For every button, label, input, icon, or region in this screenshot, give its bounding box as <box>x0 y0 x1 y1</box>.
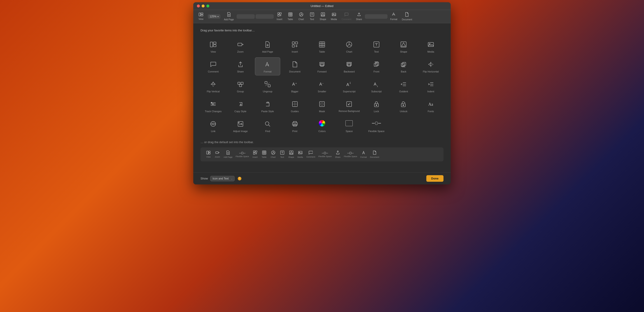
show-select[interactable]: Icon and Text Icon Only Text Only <box>210 176 234 181</box>
grid-item-link[interactable]: Link <box>200 117 226 135</box>
grid-item-shape[interactable]: Shape <box>391 38 416 56</box>
grid-item-add-page[interactable]: Add Page <box>255 38 280 56</box>
grid-item-bigger[interactable]: A + Bigger <box>282 77 307 95</box>
toolbar-search-right[interactable] <box>256 14 274 19</box>
grid-item-copy-style[interactable]: Copy Style <box>228 97 253 115</box>
grid-item-view[interactable]: View <box>200 38 226 56</box>
grid-item-forward[interactable]: Forward <box>309 57 335 76</box>
grid-flip-horizontal-icon <box>426 60 435 69</box>
dt-add-page-icon <box>226 150 230 156</box>
grid-item-group[interactable]: Group <box>228 77 253 95</box>
toolbar-search-left[interactable] <box>237 14 255 19</box>
dt-flexible-space-3[interactable]: Flexible Space <box>342 150 358 158</box>
grid-smaller-label: Smaller <box>318 90 326 93</box>
grid-item-flip-horizontal[interactable]: Flip Horizontal <box>418 57 444 76</box>
toolbar-zoom[interactable]: 125% ▾ <box>208 14 220 19</box>
grid-item-superscript[interactable]: A 1 Superscript <box>336 77 362 95</box>
grid-group-label: Group <box>237 90 244 93</box>
grid-item-share[interactable]: Share <box>228 57 253 76</box>
grid-item-guides[interactable]: Guides <box>282 97 307 115</box>
toolbar-format[interactable]: Format <box>388 12 399 22</box>
grid-item-document[interactable]: Document <box>282 57 307 76</box>
grid-item-unlock[interactable]: Unlock <box>391 97 416 115</box>
toolbar-text[interactable]: Text <box>307 12 317 22</box>
toolbar-table[interactable]: Table <box>286 12 295 22</box>
grid-item-backward[interactable]: Backward <box>336 57 362 76</box>
dt-document[interactable]: Document <box>368 150 380 159</box>
grid-item-space[interactable]: Space <box>336 117 362 135</box>
svg-rect-93 <box>294 124 296 125</box>
toolbar-document[interactable]: Document <box>400 11 414 22</box>
grid-item-chart[interactable]: Chart <box>336 38 362 56</box>
add-page-icon <box>227 12 231 18</box>
grid-item-media[interactable]: Media <box>418 38 444 56</box>
grid-item-adjust-image[interactable]: Adjust Image <box>228 117 253 135</box>
main-toolbar: View 125% ▾ Add Page <box>193 10 451 23</box>
toolbar-view[interactable]: View <box>196 12 206 21</box>
grid-item-track-changes[interactable]: Track Changes <box>200 97 226 115</box>
toolbar-format-input[interactable] <box>365 14 388 19</box>
toolbar-comment[interactable]: Comment <box>340 12 353 22</box>
dt-table[interactable]: Table <box>260 150 268 159</box>
grid-item-mask[interactable]: Mask <box>309 97 335 115</box>
grid-print-label: Print <box>292 130 298 132</box>
grid-flexible-space-icon <box>372 120 381 128</box>
toolbar-chart[interactable]: Chart <box>296 12 306 22</box>
grid-front-label: Front <box>374 70 379 73</box>
toolbar-add-page-label: Add Page <box>224 18 234 21</box>
grid-item-front[interactable]: Front <box>364 57 389 76</box>
dt-flexible-space-2[interactable]: Flexible Space <box>317 150 333 158</box>
dt-comment[interactable]: Comment <box>305 150 316 159</box>
zoom-chevron: ▾ <box>218 15 218 18</box>
grid-item-ungroup[interactable]: Ungroup <box>255 77 280 95</box>
dt-insert[interactable]: Insert <box>251 150 260 159</box>
grid-item-lock[interactable]: Lock <box>364 97 389 115</box>
grid-item-indent[interactable]: Indent <box>418 77 444 95</box>
show-select-info-icon[interactable]: ? <box>238 177 242 180</box>
toolbar-add-page[interactable]: Add Page <box>222 11 236 22</box>
dt-view[interactable]: View <box>204 150 213 159</box>
grid-item-back[interactable]: Back <box>391 57 416 76</box>
grid-item-remove-background[interactable]: Remove Background <box>336 97 362 115</box>
grid-item-fonts[interactable]: Aa Fonts <box>418 97 444 115</box>
dt-chart[interactable]: Chart <box>269 150 278 159</box>
grid-item-table[interactable]: Table <box>309 38 335 56</box>
toolbar-share[interactable]: Share <box>354 12 364 22</box>
svg-text:A: A <box>374 82 376 86</box>
grid-item-colors[interactable]: Colors <box>309 117 335 135</box>
grid-item-text[interactable]: Text <box>364 38 389 56</box>
dt-format[interactable]: Format <box>359 150 368 159</box>
grid-item-flip-vertical[interactable]: Flip Vertical <box>200 77 226 95</box>
grid-item-paste-style[interactable]: Paste Style <box>255 97 280 115</box>
maximize-button[interactable] <box>206 4 209 8</box>
grid-item-find[interactable]: Find <box>255 117 280 135</box>
dt-text[interactable]: Text <box>278 150 286 159</box>
grid-item-comment[interactable]: Comment <box>200 57 226 76</box>
dt-flexible-space-1[interactable]: Flexible Space <box>234 150 250 158</box>
grid-item-flexible-space[interactable]: Flexible Space <box>364 117 389 135</box>
svg-rect-53 <box>268 85 270 87</box>
dt-share[interactable]: Share <box>334 150 342 159</box>
dt-add-page[interactable]: Add Page <box>222 150 234 159</box>
grid-item-format[interactable]: Format <box>255 57 280 76</box>
grid-item-subscript[interactable]: A 1 Subscript <box>364 77 389 95</box>
done-button[interactable]: Done <box>426 175 444 182</box>
dt-flexible-space-2-icon <box>322 151 328 155</box>
dt-shape-icon <box>289 150 293 156</box>
grid-item-zoom[interactable]: Zoom <box>228 38 253 56</box>
grid-item-print[interactable]: Print <box>282 117 307 135</box>
toolbar-table-label: Table <box>288 18 293 20</box>
toolbar-insert[interactable]: Insert <box>274 12 284 22</box>
grid-item-insert[interactable]: Insert <box>282 38 307 56</box>
toolbar-shape[interactable]: Shape <box>318 12 328 22</box>
toolbar-media[interactable]: Media <box>329 12 339 22</box>
dt-comment-icon <box>309 151 313 155</box>
close-button[interactable] <box>197 4 200 8</box>
show-label: Show <box>200 177 208 180</box>
grid-item-smaller[interactable]: A - Smaller <box>309 77 335 95</box>
dt-shape[interactable]: Shape <box>287 150 296 159</box>
dt-media[interactable]: Media <box>296 150 304 159</box>
dt-zoom[interactable]: Zoom <box>213 150 222 159</box>
grid-item-outdent[interactable]: Outdent <box>391 77 416 95</box>
minimize-button[interactable] <box>202 4 204 8</box>
